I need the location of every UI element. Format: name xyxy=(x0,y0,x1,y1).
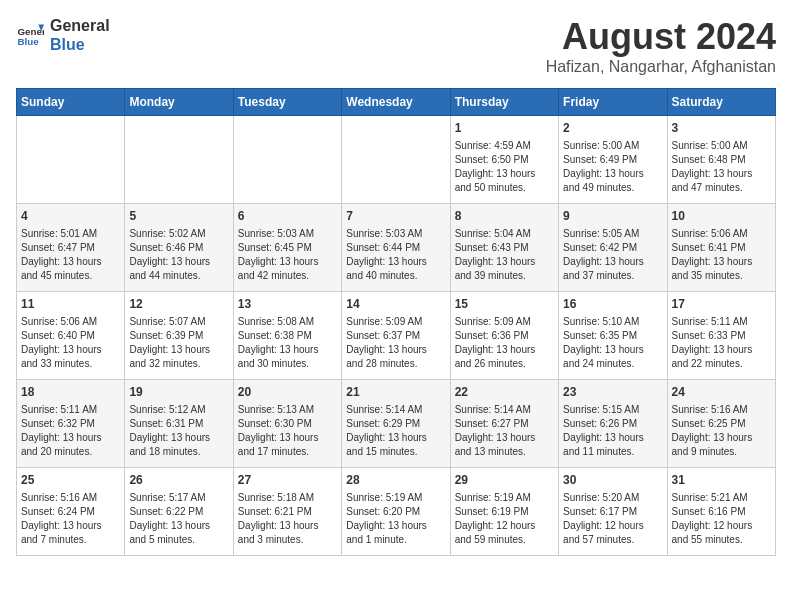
day-info: Sunrise: 5:02 AM xyxy=(129,227,228,241)
day-cell: 16Sunrise: 5:10 AMSunset: 6:35 PMDayligh… xyxy=(559,292,667,380)
week-row-1: 1Sunrise: 4:59 AMSunset: 6:50 PMDaylight… xyxy=(17,116,776,204)
day-cell: 25Sunrise: 5:16 AMSunset: 6:24 PMDayligh… xyxy=(17,468,125,556)
day-cell: 1Sunrise: 4:59 AMSunset: 6:50 PMDaylight… xyxy=(450,116,558,204)
day-info: Daylight: 13 hours xyxy=(672,255,771,269)
day-cell: 29Sunrise: 5:19 AMSunset: 6:19 PMDayligh… xyxy=(450,468,558,556)
day-info: Sunrise: 5:17 AM xyxy=(129,491,228,505)
day-info: Sunset: 6:19 PM xyxy=(455,505,554,519)
day-info: Daylight: 13 hours xyxy=(21,519,120,533)
day-info: Daylight: 13 hours xyxy=(346,255,445,269)
day-cell: 23Sunrise: 5:15 AMSunset: 6:26 PMDayligh… xyxy=(559,380,667,468)
day-info: Daylight: 13 hours xyxy=(563,167,662,181)
day-info: Sunset: 6:16 PM xyxy=(672,505,771,519)
day-number: 21 xyxy=(346,384,445,401)
day-info: Sunset: 6:27 PM xyxy=(455,417,554,431)
day-info: Sunset: 6:42 PM xyxy=(563,241,662,255)
day-number: 28 xyxy=(346,472,445,489)
day-info: Sunrise: 5:14 AM xyxy=(346,403,445,417)
day-info: Daylight: 13 hours xyxy=(129,343,228,357)
day-info: and 47 minutes. xyxy=(672,181,771,195)
header-tuesday: Tuesday xyxy=(233,89,341,116)
day-cell: 5Sunrise: 5:02 AMSunset: 6:46 PMDaylight… xyxy=(125,204,233,292)
day-number: 26 xyxy=(129,472,228,489)
logo-blue: Blue xyxy=(50,35,110,54)
day-info: Sunset: 6:17 PM xyxy=(563,505,662,519)
day-info: Sunrise: 5:16 AM xyxy=(672,403,771,417)
day-info: Sunrise: 5:21 AM xyxy=(672,491,771,505)
day-info: Daylight: 13 hours xyxy=(129,431,228,445)
day-info: Sunrise: 5:01 AM xyxy=(21,227,120,241)
day-info: and 15 minutes. xyxy=(346,445,445,459)
day-info: Sunset: 6:38 PM xyxy=(238,329,337,343)
day-info: Sunset: 6:45 PM xyxy=(238,241,337,255)
week-row-5: 25Sunrise: 5:16 AMSunset: 6:24 PMDayligh… xyxy=(17,468,776,556)
day-info: Sunset: 6:31 PM xyxy=(129,417,228,431)
day-cell: 14Sunrise: 5:09 AMSunset: 6:37 PMDayligh… xyxy=(342,292,450,380)
day-info: Sunset: 6:43 PM xyxy=(455,241,554,255)
day-cell: 12Sunrise: 5:07 AMSunset: 6:39 PMDayligh… xyxy=(125,292,233,380)
day-info: Sunset: 6:46 PM xyxy=(129,241,228,255)
day-cell: 3Sunrise: 5:00 AMSunset: 6:48 PMDaylight… xyxy=(667,116,775,204)
day-number: 9 xyxy=(563,208,662,225)
day-number: 13 xyxy=(238,296,337,313)
day-cell: 30Sunrise: 5:20 AMSunset: 6:17 PMDayligh… xyxy=(559,468,667,556)
calendar-body: 1Sunrise: 4:59 AMSunset: 6:50 PMDaylight… xyxy=(17,116,776,556)
day-number: 16 xyxy=(563,296,662,313)
header-wednesday: Wednesday xyxy=(342,89,450,116)
day-number: 15 xyxy=(455,296,554,313)
day-number: 1 xyxy=(455,120,554,137)
day-info: and 3 minutes. xyxy=(238,533,337,547)
day-info: Sunset: 6:47 PM xyxy=(21,241,120,255)
day-info: and 18 minutes. xyxy=(129,445,228,459)
day-info: and 5 minutes. xyxy=(129,533,228,547)
day-info: and 49 minutes. xyxy=(563,181,662,195)
day-info: and 13 minutes. xyxy=(455,445,554,459)
day-info: and 11 minutes. xyxy=(563,445,662,459)
day-info: Daylight: 13 hours xyxy=(346,343,445,357)
day-cell: 24Sunrise: 5:16 AMSunset: 6:25 PMDayligh… xyxy=(667,380,775,468)
header-saturday: Saturday xyxy=(667,89,775,116)
day-number: 17 xyxy=(672,296,771,313)
calendar-header: Sunday Monday Tuesday Wednesday Thursday… xyxy=(17,89,776,116)
day-info: Daylight: 13 hours xyxy=(346,519,445,533)
header-sunday: Sunday xyxy=(17,89,125,116)
day-cell xyxy=(342,116,450,204)
day-info: Daylight: 13 hours xyxy=(238,255,337,269)
day-info: Daylight: 13 hours xyxy=(21,431,120,445)
day-info: Daylight: 12 hours xyxy=(672,519,771,533)
day-number: 10 xyxy=(672,208,771,225)
day-cell: 13Sunrise: 5:08 AMSunset: 6:38 PMDayligh… xyxy=(233,292,341,380)
day-cell: 21Sunrise: 5:14 AMSunset: 6:29 PMDayligh… xyxy=(342,380,450,468)
header-row: Sunday Monday Tuesday Wednesday Thursday… xyxy=(17,89,776,116)
header-monday: Monday xyxy=(125,89,233,116)
day-info: Daylight: 12 hours xyxy=(563,519,662,533)
day-number: 4 xyxy=(21,208,120,225)
day-number: 22 xyxy=(455,384,554,401)
day-info: and 59 minutes. xyxy=(455,533,554,547)
day-info: Sunrise: 5:18 AM xyxy=(238,491,337,505)
day-info: Sunset: 6:33 PM xyxy=(672,329,771,343)
day-cell: 18Sunrise: 5:11 AMSunset: 6:32 PMDayligh… xyxy=(17,380,125,468)
day-cell: 19Sunrise: 5:12 AMSunset: 6:31 PMDayligh… xyxy=(125,380,233,468)
day-cell: 15Sunrise: 5:09 AMSunset: 6:36 PMDayligh… xyxy=(450,292,558,380)
day-info: Sunrise: 5:19 AM xyxy=(455,491,554,505)
day-info: Daylight: 13 hours xyxy=(238,343,337,357)
day-number: 5 xyxy=(129,208,228,225)
day-info: Sunset: 6:48 PM xyxy=(672,153,771,167)
day-info: Sunrise: 5:16 AM xyxy=(21,491,120,505)
day-info: Sunrise: 5:08 AM xyxy=(238,315,337,329)
day-info: Daylight: 13 hours xyxy=(455,167,554,181)
day-cell: 20Sunrise: 5:13 AMSunset: 6:30 PMDayligh… xyxy=(233,380,341,468)
day-number: 19 xyxy=(129,384,228,401)
logo-icon: General Blue xyxy=(16,21,44,49)
day-cell xyxy=(17,116,125,204)
subtitle: Hafizan, Nangarhar, Afghanistan xyxy=(546,58,776,76)
day-cell: 6Sunrise: 5:03 AMSunset: 6:45 PMDaylight… xyxy=(233,204,341,292)
day-number: 12 xyxy=(129,296,228,313)
day-info: Sunrise: 5:09 AM xyxy=(455,315,554,329)
day-info: Sunrise: 5:00 AM xyxy=(672,139,771,153)
day-info: Sunrise: 5:15 AM xyxy=(563,403,662,417)
day-info: Sunset: 6:41 PM xyxy=(672,241,771,255)
day-info: Daylight: 13 hours xyxy=(238,519,337,533)
day-info: Sunset: 6:37 PM xyxy=(346,329,445,343)
